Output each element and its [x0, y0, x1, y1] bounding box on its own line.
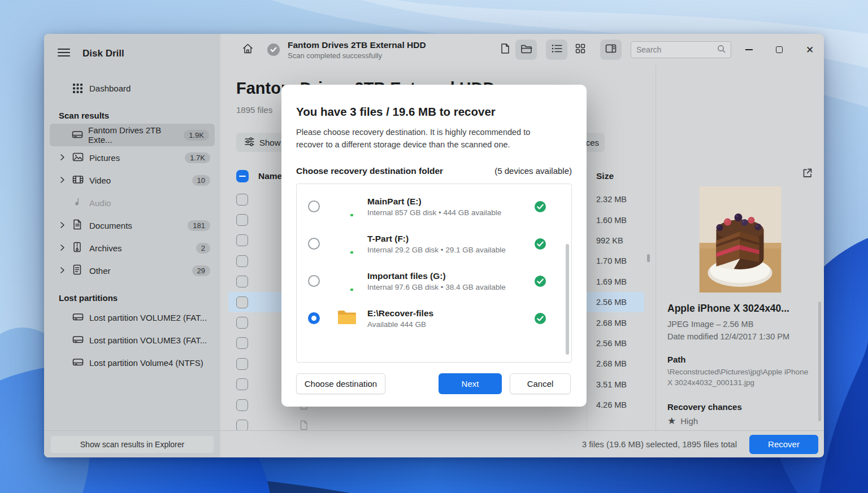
archive-zip-icon [72, 242, 82, 254]
sidebar-item-dashboard[interactable]: Dashboard [44, 77, 220, 99]
folder-icon [520, 43, 532, 56]
preview-panel: Apple iPhone X 3024x40... JPEG Image – 2… [656, 66, 824, 430]
destination-option[interactable]: Important files (G:) Internal 97.6 GB di… [297, 263, 571, 300]
file-size-cell: 2.68 MB [596, 359, 627, 368]
home-icon[interactable] [242, 43, 254, 56]
file-size-cell: 3.51 MB [596, 380, 627, 389]
dialog-title: You have 3 files / 19.6 MB to recover [296, 105, 572, 119]
row-checkbox[interactable] [236, 317, 248, 329]
table-row[interactable] [220, 415, 656, 430]
row-checkbox[interactable] [236, 214, 248, 226]
sidebar-item[interactable]: Fantom Drives 2TB Exte... 1.9K [50, 124, 215, 146]
chevron-right-icon [60, 153, 65, 163]
row-checkbox[interactable] [236, 234, 248, 246]
maximize-button[interactable] [774, 45, 784, 55]
path-value: \Reconstructed\Pictures\jpg\Apple iPhone… [667, 367, 810, 389]
new-file-button[interactable] [494, 40, 515, 60]
table-scrollbar-thumb[interactable] [647, 254, 650, 262]
count-badge: 181 [188, 220, 210, 231]
sidebar-item-lost-partition[interactable]: Lost partition VOLUME3 (FAT... [44, 329, 220, 351]
row-checkbox[interactable] [236, 337, 248, 349]
recovery-chances-label: Recovery chances [667, 402, 810, 412]
file-size-cell: 2.56 MB [596, 339, 627, 348]
file-size-cell: 2.32 MB [596, 195, 627, 204]
sidebar-item-label: Documents [89, 221, 132, 230]
file-size-cell: 1.69 MB [596, 277, 627, 286]
path-label: Path [667, 355, 810, 364]
drive-icon [72, 312, 84, 324]
sidebar-item[interactable]: Documents 181 [44, 214, 220, 237]
sidebar-nav: Dashboard Scan results [44, 77, 220, 374]
preview-image[interactable] [699, 186, 781, 293]
sidebar-item-label: Video [89, 176, 111, 185]
row-checkbox[interactable] [236, 378, 248, 390]
count-badge: 1.9K [184, 130, 209, 141]
open-external-button[interactable] [801, 167, 815, 181]
size-column-header[interactable]: Size [596, 171, 614, 181]
preview-scrollbar-thumb[interactable] [818, 302, 821, 421]
row-checkbox[interactable] [236, 358, 248, 370]
search-icon [717, 45, 726, 55]
bottom-bar: 3 files (19.6 MB) selected, 1895 files t… [220, 430, 824, 457]
count-badge: 29 [192, 265, 210, 276]
next-button[interactable]: Next [439, 373, 502, 394]
destination-option[interactable]: T-Part (F:) Internal 29.2 GB disk • 29.1… [297, 225, 571, 263]
sidebar-item[interactable]: Audio [44, 191, 220, 214]
row-checkbox[interactable] [236, 399, 248, 411]
sidebar-footer: Show scan results in Explorer [44, 430, 220, 457]
sidebar-item-label: Fantom Drives 2TB Exte... [88, 125, 184, 145]
destination-radio[interactable] [308, 238, 320, 250]
minimize-button[interactable] [744, 45, 754, 55]
search-input[interactable]: Search [631, 41, 731, 58]
row-checkbox[interactable] [236, 276, 248, 287]
grid-view-button[interactable] [570, 40, 591, 60]
lost-partitions-header: Lost partitions [44, 293, 220, 303]
count-badge: 2 [196, 243, 210, 254]
recover-button[interactable]: Recover [749, 435, 818, 454]
scan-results-list: Fantom Drives 2TB Exte... 1.9K [44, 124, 220, 282]
file-size-cell: 2.56 MB [596, 298, 627, 307]
list-view-button[interactable] [546, 40, 567, 60]
open-external-icon [801, 167, 813, 181]
row-checkbox[interactable] [236, 420, 248, 430]
destination-option[interactable]: E:\Recover-files Available 444 GB [297, 300, 571, 337]
sidebar-item-lost-partition[interactable]: Lost partition Volume4 (NTFS) [44, 351, 220, 374]
preview-panel-button[interactable] [600, 40, 622, 60]
select-all-checkbox[interactable] [236, 170, 249, 182]
scan-complete-check-icon [267, 43, 280, 56]
sidebar-item[interactable]: Archives 2 [44, 237, 220, 259]
file-size-cell: 992 KB [596, 236, 623, 245]
device-list-scrollbar-thumb[interactable] [566, 244, 569, 355]
video-icon [72, 174, 84, 186]
folder-icon [337, 309, 357, 328]
row-checkbox[interactable] [236, 255, 248, 267]
hamburger-menu-icon[interactable] [58, 47, 70, 60]
drive-icon [72, 334, 84, 346]
show-in-explorer-button[interactable]: Show scan results in Explorer [51, 436, 214, 453]
choose-destination-label: Choose recovery destination folder [296, 166, 443, 176]
name-column-header[interactable]: Name [258, 171, 282, 181]
sidebar-item-label: Archives [89, 243, 122, 253]
recovery-chances-value: High [680, 416, 698, 426]
sidebar-item[interactable]: Pictures 1.7K [44, 146, 220, 169]
destination-radio[interactable] [308, 200, 320, 212]
destination-radio[interactable] [308, 312, 320, 324]
sidebar: Disk Drill Dashboard Scan results [44, 34, 220, 457]
row-checkbox[interactable] [236, 194, 248, 206]
lost-partition-label: Lost partition Volume4 (NTFS) [89, 358, 203, 368]
sidebar-item[interactable]: Video 10 [44, 169, 220, 191]
destination-details: Internal 29.2 GB disk • 29.1 GB availabl… [367, 246, 506, 254]
destination-option[interactable]: MainPart (E:) Internal 857 GB disk • 444… [297, 188, 571, 225]
sidebar-item-lost-partition[interactable]: Lost partition VOLUME2 (FAT... [44, 306, 220, 329]
row-checkbox[interactable] [236, 296, 248, 308]
cancel-button[interactable]: Cancel [510, 373, 571, 394]
star-icon: ★ [667, 415, 676, 427]
open-folder-button[interactable] [515, 40, 537, 60]
ok-check-icon [534, 238, 546, 250]
files-count: 1895 files [236, 105, 272, 115]
close-button[interactable]: ✕ [805, 45, 815, 55]
dashboard-grid-icon [72, 83, 89, 94]
sidebar-item[interactable]: Other 29 [44, 259, 220, 282]
destination-radio[interactable] [308, 275, 320, 287]
choose-destination-button[interactable]: Choose destination [296, 373, 385, 394]
